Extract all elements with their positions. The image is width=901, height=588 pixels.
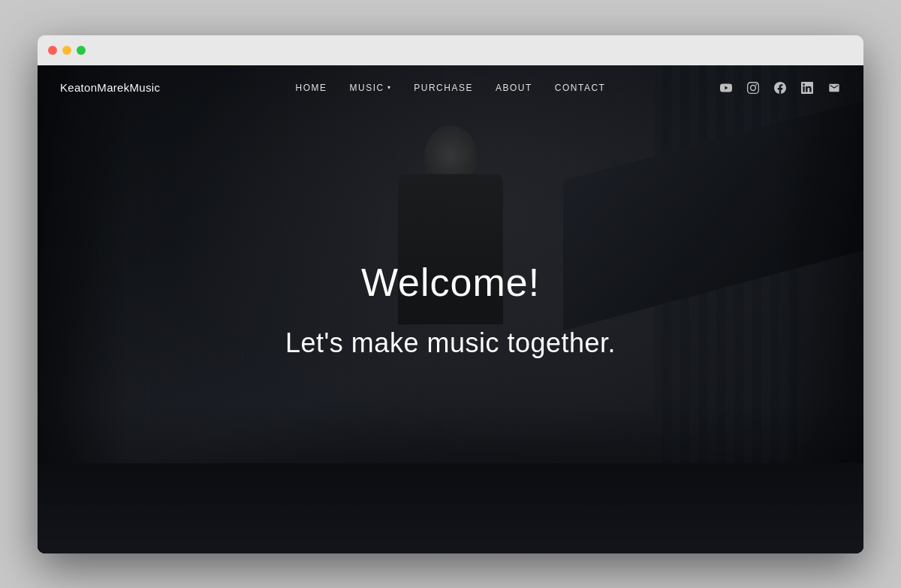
nav-home[interactable]: HOME <box>296 83 327 93</box>
youtube-icon[interactable] <box>719 81 733 95</box>
nav-social <box>605 81 841 95</box>
chevron-down-icon: ▾ <box>387 84 392 91</box>
site-logo[interactable]: KeatonMarekMusic <box>60 81 296 94</box>
email-icon[interactable] <box>827 81 841 95</box>
facebook-icon[interactable] <box>773 81 787 95</box>
instagram-icon[interactable] <box>746 81 760 95</box>
browser-window: KeatonMarekMusic HOME MUSIC ▾ PURCHASE A… <box>38 35 863 553</box>
traffic-light-red[interactable] <box>48 46 57 55</box>
hero-welcome-text: Welcome! <box>38 260 863 305</box>
nav-contact[interactable]: CONTACT <box>555 83 606 93</box>
traffic-light-green[interactable] <box>77 46 86 55</box>
browser-chrome <box>38 35 863 65</box>
traffic-light-yellow[interactable] <box>62 46 71 55</box>
nav-music[interactable]: MUSIC ▾ <box>350 83 392 93</box>
nav-purchase[interactable]: PURCHASE <box>414 83 473 93</box>
website: KeatonMarekMusic HOME MUSIC ▾ PURCHASE A… <box>38 65 863 553</box>
nav-links: HOME MUSIC ▾ PURCHASE ABOUT CONTACT <box>296 83 606 93</box>
navbar: KeatonMarekMusic HOME MUSIC ▾ PURCHASE A… <box>38 65 863 110</box>
hero-tagline-text: Let's make music together. <box>38 327 863 359</box>
linkedin-icon[interactable] <box>800 81 814 95</box>
hero-content: Welcome! Let's make music together. <box>38 260 863 359</box>
nav-about[interactable]: ABOUT <box>496 83 532 93</box>
